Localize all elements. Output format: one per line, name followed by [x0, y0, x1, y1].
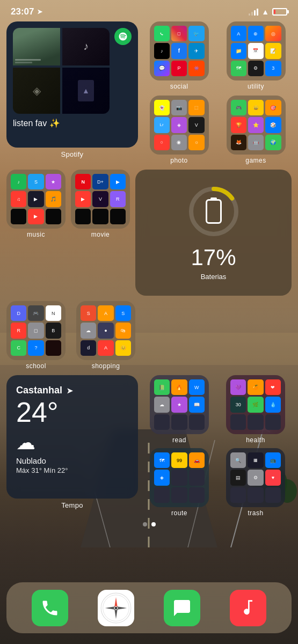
- dock-phone-app[interactable]: [32, 590, 68, 626]
- folder-shopping[interactable]: S A S ☁ ● 🛍 d A 😊 shopping: [76, 301, 135, 370]
- app-camera: 📷: [171, 100, 187, 115]
- app-trash7: [230, 487, 246, 503]
- folder-games-label: games: [245, 157, 266, 164]
- app-shazam: S: [28, 174, 43, 189]
- wifi-icon: ▲: [261, 8, 269, 16]
- spotify-badge: [114, 28, 132, 45]
- app-game4: 🏆: [231, 117, 246, 133]
- app-health3: ❤: [265, 379, 281, 395]
- music-movie-pair: ♪ S ★ ♫ ▶ 🎵 ▶ music N D+ ▶ ▶: [6, 170, 130, 296]
- app-music9: [46, 209, 61, 224]
- folder-read[interactable]: 📗 🔥 W ☁ ★ 📖 read: [143, 375, 215, 444]
- app-music-apple: ♫: [11, 191, 26, 207]
- app-health6: 💧: [265, 397, 281, 412]
- app-files: 📁: [231, 43, 246, 58]
- app-game7: 🦊: [231, 135, 246, 150]
- app-reddit: 👾: [188, 61, 204, 76]
- app-health8: [248, 414, 263, 430]
- weather-minmax: Máx 31° Mín 22°: [16, 466, 128, 474]
- app-trash6: ♥: [265, 470, 281, 485]
- folder-games[interactable]: 🎮 😀 🎯 🏆 ⭐ 🎲 🦊 🤖 🌍 games: [220, 96, 292, 164]
- app-game8: 🤖: [248, 135, 264, 150]
- app-music5: ▶: [28, 191, 43, 207]
- app-movie7: [75, 209, 91, 224]
- app-photo8: ◉: [171, 135, 187, 150]
- dock-messages-app[interactable]: [164, 590, 200, 626]
- app-photo5: ◈: [171, 117, 187, 133]
- dock-music-app[interactable]: [230, 590, 266, 626]
- app-read8: [171, 414, 187, 430]
- folder-movie[interactable]: N D+ ▶ ▶ V R movie: [71, 170, 130, 296]
- weather-widget-container[interactable]: Castanhal ➤ 24° ☁ Nublado Máx 31° Mín 22…: [6, 375, 138, 517]
- folder-read-label: read: [172, 436, 186, 444]
- folder-utility-label: utility: [248, 83, 264, 90]
- row-4: Castanhal ➤ 24° ☁ Nublado Máx 31° Mín 22…: [6, 375, 292, 517]
- folder-route[interactable]: 🗺 99 🚗 ◈ route: [143, 448, 215, 517]
- app-school5: ◻: [28, 323, 43, 338]
- folder-social-label: social: [170, 83, 188, 90]
- app-appstore: A: [231, 26, 246, 41]
- folders-grid-1: ◻ 🐦 ♪ f ✈ 💬 P 👾 social A ⊕ ◎ 📁: [143, 21, 292, 164]
- weather-cloud-icon: ☁: [16, 431, 128, 454]
- page-dot-2: [151, 522, 156, 526]
- album-thumb-2: ♪: [62, 28, 110, 65]
- app-instagram: ◻: [171, 26, 187, 41]
- folder-trash-label: trash: [248, 509, 263, 517]
- app-route3: 🚗: [189, 452, 205, 468]
- folder-movie-label: movie: [91, 231, 110, 238]
- app-game1: 🎮: [231, 100, 246, 115]
- dock: [6, 582, 292, 633]
- app-shop4: ☁: [81, 323, 96, 338]
- folder-shopping-label: shopping: [92, 362, 120, 370]
- app-discord: D: [11, 305, 26, 321]
- app-snapchat: 👻: [154, 100, 170, 115]
- spotify-widget[interactable]: ♪ ◈ ▲ listen fav ✨ Spotify: [6, 21, 138, 164]
- app-util9: 3: [265, 61, 281, 76]
- app-facebook: f: [171, 43, 187, 58]
- app-twitter: 🐦: [188, 26, 204, 41]
- folders-grid-2: 📗 🔥 W ☁ ★ 📖 read 💜 🍊 ❤ 30: [143, 375, 292, 517]
- app-trash9: [265, 487, 281, 503]
- app-read3: W: [189, 379, 205, 395]
- app-school9: [46, 340, 61, 356]
- folder-health[interactable]: 💜 🍊 ❤ 30 🌿 💧 health: [220, 375, 292, 444]
- app-school2: 🎮: [28, 305, 43, 321]
- folder-utility[interactable]: A ⊕ ◎ 📁 📅 📝 🗺 ⚙ 3 utility: [220, 21, 292, 90]
- app-movie9: [110, 209, 126, 224]
- dock-safari-app[interactable]: [98, 590, 134, 626]
- app-shop5: ●: [98, 323, 113, 338]
- app-spotify-mini: ♪: [11, 174, 26, 189]
- app-game6: 🎲: [265, 117, 281, 133]
- page-dot-1: [143, 522, 147, 526]
- folder-trash[interactable]: 🔍 ▦ 📺 ▤ ⚙ ♥ trash: [220, 448, 292, 517]
- app-calendar: 📅: [248, 43, 264, 58]
- app-whatsapp: [154, 26, 170, 41]
- app-health4: 30: [230, 397, 246, 412]
- app-trash2: ▦: [248, 452, 263, 468]
- folder-social[interactable]: ◻ 🐦 ♪ f ✈ 💬 P 👾 social: [143, 21, 215, 90]
- album-grid: ♪ ◈ ▲: [13, 28, 110, 114]
- app-pinterest: P: [171, 61, 187, 76]
- app-read5: ★: [171, 397, 187, 412]
- folder-music[interactable]: ♪ S ★ ♫ ▶ 🎵 ▶ music: [6, 170, 66, 296]
- app-health9: [265, 414, 281, 430]
- spotify-widget-label: Spotify: [6, 150, 138, 158]
- app-trash5: ⚙: [248, 470, 263, 485]
- folder-school[interactable]: D 🎮 N R ◻ B C ? school: [6, 301, 66, 370]
- app-music6: 🎵: [46, 191, 61, 207]
- battery-widget[interactable]: 17% Baterias: [135, 170, 292, 296]
- status-time: 23:07 ➤: [11, 6, 42, 17]
- app-disney: D+: [92, 174, 108, 189]
- app-trash3: 📺: [265, 452, 281, 468]
- app-movie3: ▶: [110, 174, 126, 189]
- signal-bars: [249, 8, 258, 16]
- weather-temperature: 24°: [16, 398, 128, 426]
- app-school7: C: [11, 340, 26, 356]
- album-thumb-1: [13, 28, 60, 65]
- app-dark1: ⚙: [248, 61, 264, 76]
- app-read4: ☁: [154, 397, 170, 412]
- folder-photo[interactable]: 👻 📷 ⬚ Lr ◈ V ○ ◉ ☼ photo: [143, 96, 215, 164]
- app-shopee: S: [81, 305, 96, 321]
- row-1: ♪ ◈ ▲ listen fav ✨ Spotify: [6, 21, 292, 164]
- app-route1: 🗺: [154, 452, 170, 468]
